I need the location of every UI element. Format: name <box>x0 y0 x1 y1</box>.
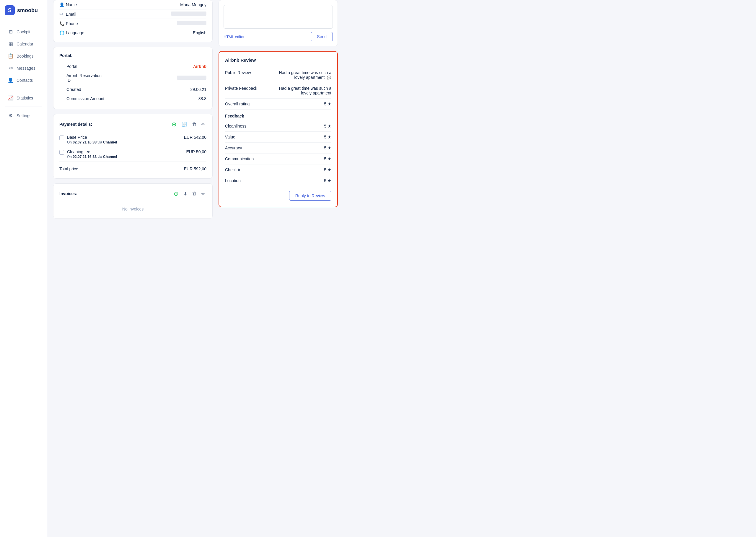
created-row: Created 29.06.21 <box>59 85 206 94</box>
commission-value: 88.8 <box>106 96 206 101</box>
email-icon: ✉ <box>59 12 66 17</box>
send-button[interactable]: Send <box>311 32 333 41</box>
portal-title: Portal: <box>59 53 206 58</box>
edit-payment-button[interactable]: ✏ <box>200 121 206 128</box>
public-review-row: Public Review Had a great time was such … <box>225 67 331 83</box>
sidebar-item-label: Contacts <box>17 78 33 83</box>
nav-divider-2 <box>5 106 42 107</box>
nav-divider <box>5 89 42 89</box>
invoices-card: Invoices: ⊕ ⬇ 🗑 ✏ No invoices <box>53 183 213 219</box>
accuracy-star-icon: ★ <box>327 145 331 150</box>
value-value: 5 ★ <box>272 135 331 139</box>
created-value: 29.06.21 <box>106 87 206 92</box>
sidebar-item-bookings[interactable]: 📋 Bookings <box>2 50 45 62</box>
base-price-sub: On 02.07.21 16:33 via Channel <box>67 140 181 145</box>
language-row: 🌐 Language English <box>59 28 206 37</box>
cleaning-fee-checkbox[interactable] <box>59 150 64 155</box>
value-label: Value <box>225 135 272 139</box>
cleaning-fee-amount: EUR 50,00 <box>186 149 206 154</box>
base-price-date: 02.07.21 16:33 <box>73 140 97 145</box>
communication-value: 5 ★ <box>272 156 331 161</box>
invoices-actions: ⊕ ⬇ 🗑 ✏ <box>172 189 206 198</box>
sidebar-item-label: Calendar <box>17 42 33 46</box>
email-label: Email <box>66 12 113 17</box>
total-amount: EUR 592,00 <box>184 167 206 171</box>
sidebar-item-label: Messages <box>17 66 35 70</box>
checkin-label: Check-in <box>225 167 272 172</box>
payment-header: Payment details: ⊕ 🧾 🗑 ✏ <box>59 120 206 128</box>
edit-invoice-button[interactable]: ✏ <box>200 190 206 197</box>
base-price-checkbox[interactable] <box>59 136 64 140</box>
logo: S smoobu <box>5 5 42 15</box>
phone-blurred <box>177 21 206 25</box>
cleaning-fee-desc: Cleaning fee On 02.07.21 16:33 via Chann… <box>67 149 184 159</box>
contacts-icon: 👤 <box>8 77 14 83</box>
accuracy-rating: 5 ★ <box>272 145 331 150</box>
overall-rating-value: 5 ★ <box>272 102 331 106</box>
email-value <box>113 12 206 17</box>
reply-to-review-button[interactable]: Reply to Review <box>289 191 331 201</box>
communication-row: Communication 5 ★ <box>225 153 331 164</box>
delete-payment-button[interactable]: 🗑 <box>191 121 198 128</box>
reservation-id-row: Airbnb Reservation ID <box>59 71 206 85</box>
base-price-desc: Base Price On 02.07.21 16:33 via Channel <box>67 135 181 145</box>
language-label: Language <box>66 30 113 35</box>
sidebar-item-label: Settings <box>17 113 32 118</box>
checkin-value: 5 ★ <box>272 167 331 172</box>
name-icon: 👤 <box>59 2 66 7</box>
sidebar: S smoobu ⊞ Cockpit ▦ Calendar 📋 Bookings… <box>0 0 47 537</box>
sidebar-item-contacts[interactable]: 👤 Contacts <box>2 74 45 86</box>
payment-card: Payment details: ⊕ 🧾 🗑 ✏ Base Price On 0… <box>53 114 213 179</box>
sidebar-item-statistics[interactable]: 📈 Statistics <box>2 92 45 103</box>
html-editor-link[interactable]: HTML editor <box>224 34 244 39</box>
value-row: Value 5 ★ <box>225 132 331 143</box>
feedback-title: Feedback <box>225 109 331 121</box>
location-label: Location <box>225 178 272 183</box>
base-price-name: Base Price <box>67 135 181 140</box>
payment-item-cleaning: Cleaning fee On 02.07.21 16:33 via Chann… <box>59 147 206 161</box>
accuracy-row: Accuracy 5 ★ <box>225 143 331 153</box>
cleaning-fee-channel: Channel <box>103 155 117 159</box>
public-review-label: Public Review <box>225 70 272 75</box>
review-section-title: Airbnb Review <box>225 58 331 62</box>
commission-label: Commission Amount <box>59 96 106 101</box>
reservation-id-blurred <box>177 76 206 80</box>
delete-invoice-button[interactable]: 🗑 <box>191 190 198 197</box>
language-value: English <box>113 30 206 35</box>
sidebar-item-settings[interactable]: ⚙ Settings <box>2 110 45 121</box>
accuracy-value: 5 ★ <box>272 145 331 150</box>
cleaning-fee-name: Cleaning fee <box>67 149 184 154</box>
commission-row: Commission Amount 88.8 <box>59 94 206 103</box>
right-panel: HTML editor Send Airbnb Review Public Re… <box>219 0 343 537</box>
payment-title: Payment details: <box>59 122 92 127</box>
phone-row: 📞 Phone <box>59 19 206 28</box>
sidebar-item-cockpit[interactable]: ⊞ Cockpit <box>2 26 45 37</box>
invoice-button[interactable]: 🧾 <box>180 121 189 128</box>
sidebar-nav: ⊞ Cockpit ▦ Calendar 📋 Bookings ✉ Messag… <box>0 22 47 125</box>
email-textarea[interactable] <box>224 5 333 29</box>
cleanliness-star-icon: ★ <box>327 124 331 128</box>
sidebar-item-calendar[interactable]: ▦ Calendar <box>2 38 45 50</box>
guest-info-card: 👤 Name Maria Mongey ✉ Email 📞 Phone <box>53 0 213 42</box>
logo-text: smoobu <box>17 7 38 14</box>
portal-label: Portal <box>59 64 106 69</box>
messages-icon: ✉ <box>8 65 14 71</box>
portal-value: Airbnb <box>106 64 206 69</box>
overall-star-rating: 5 ★ <box>272 102 331 106</box>
download-invoice-button[interactable]: ⬇ <box>182 190 189 197</box>
checkin-star-icon: ★ <box>327 167 331 172</box>
location-rating: 5 ★ <box>272 178 331 183</box>
add-invoice-button[interactable]: ⊕ <box>172 189 180 198</box>
reservation-id-label: Airbnb Reservation ID <box>59 73 106 83</box>
email-footer: HTML editor Send <box>224 32 333 41</box>
location-row: Location 5 ★ <box>225 175 331 186</box>
sidebar-item-messages[interactable]: ✉ Messages <box>2 62 45 74</box>
private-feedback-value: Had a great time was such a lovely apart… <box>272 86 331 95</box>
checkin-row: Check-in 5 ★ <box>225 164 331 175</box>
app-layout: S smoobu ⊞ Cockpit ▦ Calendar 📋 Bookings… <box>0 0 756 537</box>
name-label: Name <box>66 2 113 7</box>
invoices-header: Invoices: ⊕ ⬇ 🗑 ✏ <box>59 189 206 198</box>
settings-icon: ⚙ <box>8 113 14 118</box>
cleanliness-label: Cleanliness <box>225 124 272 128</box>
add-payment-button[interactable]: ⊕ <box>170 120 178 128</box>
